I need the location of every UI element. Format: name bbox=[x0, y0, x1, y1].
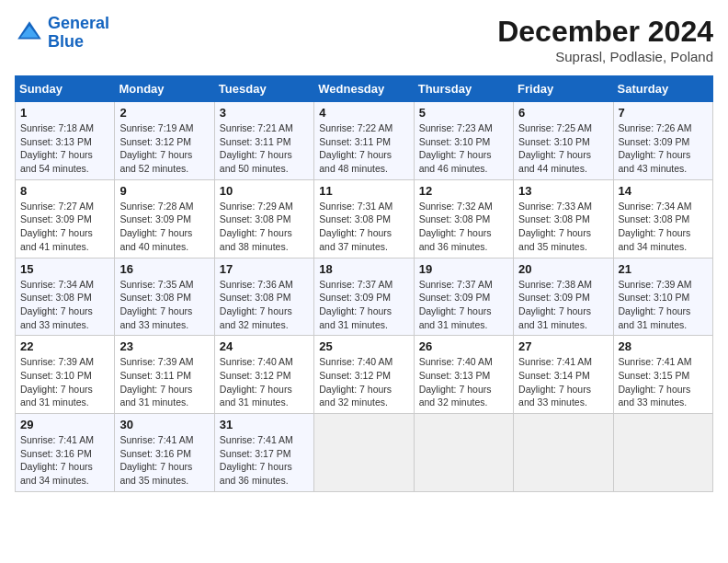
day-number: 31 bbox=[220, 418, 309, 431]
day-info: Sunrise: 7:40 AMSunset: 3:12 PMDaylight:… bbox=[220, 355, 309, 409]
day-info: Sunrise: 7:39 AMSunset: 3:11 PMDaylight:… bbox=[119, 355, 209, 409]
day-info: Sunrise: 7:37 AMSunset: 3:09 PMDaylight:… bbox=[419, 278, 508, 332]
logo: General Blue bbox=[15, 15, 109, 52]
weekday-header-sunday: Sunday bbox=[16, 76, 115, 102]
day-number: 1 bbox=[20, 106, 109, 120]
day-number: 11 bbox=[319, 184, 408, 198]
day-info: Sunrise: 7:28 AMSunset: 3:09 PMDaylight:… bbox=[119, 200, 209, 254]
day-number: 25 bbox=[319, 339, 408, 353]
week-row-2: 8Sunrise: 7:27 AMSunset: 3:09 PMDaylight… bbox=[16, 179, 713, 258]
day-info: Sunrise: 7:27 AMSunset: 3:09 PMDaylight:… bbox=[20, 200, 109, 254]
day-number: 27 bbox=[518, 339, 608, 353]
calendar-cell: 27Sunrise: 7:41 AMSunset: 3:14 PMDayligh… bbox=[514, 336, 613, 414]
calendar-cell: 12Sunrise: 7:32 AMSunset: 3:08 PMDayligh… bbox=[414, 179, 513, 258]
calendar-cell: 3Sunrise: 7:21 AMSunset: 3:11 PMDaylight… bbox=[214, 102, 313, 180]
location-title: Suprasl, Podlasie, Poland bbox=[497, 49, 713, 64]
calendar-cell: 13Sunrise: 7:33 AMSunset: 3:08 PMDayligh… bbox=[514, 179, 613, 258]
calendar-cell: 10Sunrise: 7:29 AMSunset: 3:08 PMDayligh… bbox=[214, 179, 313, 258]
day-info: Sunrise: 7:40 AMSunset: 3:13 PMDaylight:… bbox=[419, 355, 508, 409]
day-info: Sunrise: 7:34 AMSunset: 3:08 PMDaylight:… bbox=[619, 200, 708, 254]
day-number: 10 bbox=[220, 184, 309, 198]
day-info: Sunrise: 7:19 AMSunset: 3:12 PMDaylight:… bbox=[119, 121, 209, 176]
calendar-cell: 30Sunrise: 7:41 AMSunset: 3:16 PMDayligh… bbox=[115, 414, 214, 492]
logo-line1: General bbox=[48, 14, 109, 32]
calendar-table: SundayMondayTuesdayWednesdayThursdayFrid… bbox=[15, 75, 713, 492]
day-number: 8 bbox=[20, 184, 109, 198]
calendar-cell: 1Sunrise: 7:18 AMSunset: 3:13 PMDaylight… bbox=[16, 102, 115, 180]
day-info: Sunrise: 7:26 AMSunset: 3:09 PMDaylight:… bbox=[619, 121, 708, 176]
calendar-cell: 18Sunrise: 7:37 AMSunset: 3:09 PMDayligh… bbox=[314, 258, 414, 336]
day-number: 4 bbox=[319, 106, 408, 120]
day-info: Sunrise: 7:29 AMSunset: 3:08 PMDaylight:… bbox=[220, 200, 309, 254]
calendar-cell: 11Sunrise: 7:31 AMSunset: 3:08 PMDayligh… bbox=[314, 179, 414, 258]
weekday-header-friday: Friday bbox=[514, 76, 613, 102]
day-number: 30 bbox=[119, 418, 209, 431]
day-info: Sunrise: 7:34 AMSunset: 3:08 PMDaylight:… bbox=[20, 278, 109, 332]
day-info: Sunrise: 7:33 AMSunset: 3:08 PMDaylight:… bbox=[518, 200, 608, 254]
day-number: 22 bbox=[20, 339, 109, 353]
day-info: Sunrise: 7:31 AMSunset: 3:08 PMDaylight:… bbox=[319, 200, 408, 254]
calendar-cell: 4Sunrise: 7:22 AMSunset: 3:11 PMDaylight… bbox=[314, 102, 414, 180]
logo-icon bbox=[15, 18, 44, 48]
calendar-cell: 21Sunrise: 7:39 AMSunset: 3:10 PMDayligh… bbox=[613, 258, 712, 336]
calendar-cell: 16Sunrise: 7:35 AMSunset: 3:08 PMDayligh… bbox=[115, 258, 214, 336]
calendar-cell: 6Sunrise: 7:25 AMSunset: 3:10 PMDaylight… bbox=[514, 102, 613, 180]
calendar-cell: 19Sunrise: 7:37 AMSunset: 3:09 PMDayligh… bbox=[414, 258, 513, 336]
day-number: 2 bbox=[119, 106, 209, 120]
day-info: Sunrise: 7:40 AMSunset: 3:12 PMDaylight:… bbox=[319, 355, 408, 409]
day-number: 24 bbox=[220, 339, 309, 353]
day-number: 19 bbox=[419, 262, 508, 276]
calendar-cell bbox=[514, 414, 613, 492]
day-number: 18 bbox=[319, 262, 408, 276]
weekday-header-thursday: Thursday bbox=[414, 76, 513, 102]
day-number: 13 bbox=[518, 184, 608, 198]
calendar-cell: 2Sunrise: 7:19 AMSunset: 3:12 PMDaylight… bbox=[115, 102, 214, 180]
day-number: 20 bbox=[518, 262, 608, 276]
calendar-cell: 17Sunrise: 7:36 AMSunset: 3:08 PMDayligh… bbox=[214, 258, 313, 336]
day-info: Sunrise: 7:39 AMSunset: 3:10 PMDaylight:… bbox=[619, 278, 708, 332]
day-info: Sunrise: 7:32 AMSunset: 3:08 PMDaylight:… bbox=[419, 200, 508, 254]
day-number: 21 bbox=[619, 262, 708, 276]
calendar-cell: 29Sunrise: 7:41 AMSunset: 3:16 PMDayligh… bbox=[16, 414, 115, 492]
day-number: 26 bbox=[419, 339, 508, 353]
title-area: December 2024 Suprasl, Podlasie, Poland bbox=[497, 15, 713, 64]
day-info: Sunrise: 7:21 AMSunset: 3:11 PMDaylight:… bbox=[220, 121, 309, 176]
week-row-1: 1Sunrise: 7:18 AMSunset: 3:13 PMDaylight… bbox=[16, 102, 713, 180]
day-number: 15 bbox=[20, 262, 109, 276]
calendar-cell: 25Sunrise: 7:40 AMSunset: 3:12 PMDayligh… bbox=[314, 336, 414, 414]
calendar-cell bbox=[314, 414, 414, 492]
day-info: Sunrise: 7:41 AMSunset: 3:16 PMDaylight:… bbox=[119, 433, 209, 488]
month-title: December 2024 bbox=[497, 15, 713, 49]
calendar-cell: 7Sunrise: 7:26 AMSunset: 3:09 PMDaylight… bbox=[613, 102, 712, 180]
day-info: Sunrise: 7:38 AMSunset: 3:09 PMDaylight:… bbox=[518, 278, 608, 332]
day-number: 5 bbox=[419, 106, 508, 120]
week-row-4: 22Sunrise: 7:39 AMSunset: 3:10 PMDayligh… bbox=[16, 336, 713, 414]
calendar-cell: 22Sunrise: 7:39 AMSunset: 3:10 PMDayligh… bbox=[16, 336, 115, 414]
day-number: 17 bbox=[220, 262, 309, 276]
day-number: 7 bbox=[619, 106, 708, 120]
day-number: 28 bbox=[619, 339, 708, 353]
calendar-cell: 8Sunrise: 7:27 AMSunset: 3:09 PMDaylight… bbox=[16, 179, 115, 258]
weekday-header-saturday: Saturday bbox=[613, 76, 712, 102]
day-info: Sunrise: 7:35 AMSunset: 3:08 PMDaylight:… bbox=[119, 278, 209, 332]
page-header: General Blue December 2024 Suprasl, Podl… bbox=[15, 15, 713, 64]
logo-text: General Blue bbox=[48, 15, 109, 52]
day-info: Sunrise: 7:41 AMSunset: 3:17 PMDaylight:… bbox=[220, 433, 309, 488]
day-number: 9 bbox=[119, 184, 209, 198]
calendar-cell: 5Sunrise: 7:23 AMSunset: 3:10 PMDaylight… bbox=[414, 102, 513, 180]
calendar-cell: 31Sunrise: 7:41 AMSunset: 3:17 PMDayligh… bbox=[214, 414, 313, 492]
weekday-header-monday: Monday bbox=[115, 76, 214, 102]
day-info: Sunrise: 7:39 AMSunset: 3:10 PMDaylight:… bbox=[20, 355, 109, 409]
week-row-5: 29Sunrise: 7:41 AMSunset: 3:16 PMDayligh… bbox=[16, 414, 713, 492]
calendar-cell: 24Sunrise: 7:40 AMSunset: 3:12 PMDayligh… bbox=[214, 336, 313, 414]
calendar-cell: 15Sunrise: 7:34 AMSunset: 3:08 PMDayligh… bbox=[16, 258, 115, 336]
weekday-header-tuesday: Tuesday bbox=[214, 76, 313, 102]
day-info: Sunrise: 7:36 AMSunset: 3:08 PMDaylight:… bbox=[220, 278, 309, 332]
weekday-header-row: SundayMondayTuesdayWednesdayThursdayFrid… bbox=[16, 76, 713, 102]
day-info: Sunrise: 7:37 AMSunset: 3:09 PMDaylight:… bbox=[319, 278, 408, 332]
weekday-header-wednesday: Wednesday bbox=[314, 76, 414, 102]
day-number: 16 bbox=[119, 262, 209, 276]
day-number: 12 bbox=[419, 184, 508, 198]
day-info: Sunrise: 7:41 AMSunset: 3:15 PMDaylight:… bbox=[619, 355, 708, 409]
day-info: Sunrise: 7:41 AMSunset: 3:16 PMDaylight:… bbox=[20, 433, 109, 488]
